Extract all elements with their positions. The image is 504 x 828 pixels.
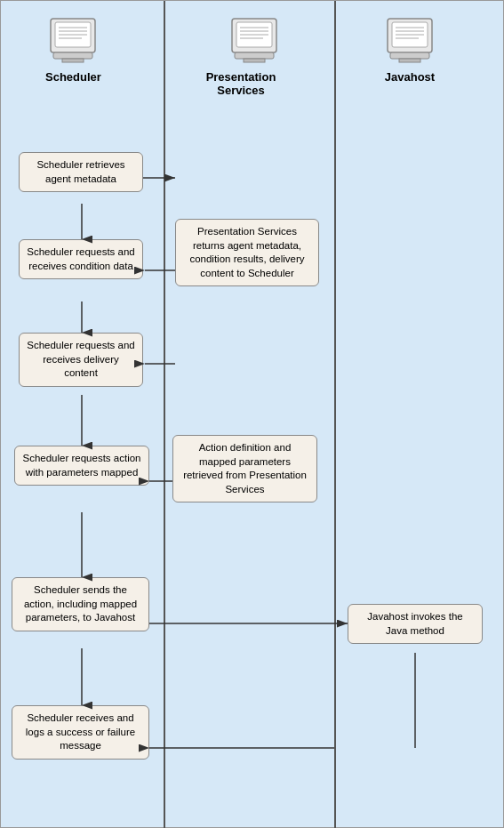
box-scheduler-retrieves-metadata: Scheduler retrieves agent metadata (19, 152, 143, 192)
box-javahost-invokes: Javahost invokes the Java method (348, 604, 483, 644)
diagram-container: Scheduler Presentation Services Javahost (0, 0, 504, 828)
scheduler-column-header: Scheduler (45, 17, 101, 84)
javahost-column-header: Javahost (383, 17, 436, 84)
javahost-label: Javahost (383, 70, 436, 84)
box-scheduler-receives-logs: Scheduler receives and logs a success or… (12, 705, 149, 760)
scheduler-server-icon (46, 17, 100, 66)
box-scheduler-sends-action: Scheduler sends the action, including ma… (12, 577, 149, 631)
svg-rect-23 (399, 59, 420, 62)
javahost-server-icon (383, 17, 436, 66)
box-action-definition: Action definition and mapped parameters … (172, 435, 317, 502)
svg-rect-15 (244, 59, 265, 62)
presentation-label: Presentation Services (188, 70, 294, 97)
svg-rect-14 (235, 52, 274, 59)
presentation-server-icon (228, 17, 281, 66)
svg-rect-22 (390, 52, 429, 59)
box-scheduler-condition-data: Scheduler requests and receives conditio… (19, 239, 143, 279)
svg-rect-6 (53, 52, 92, 59)
scheduler-label: Scheduler (45, 70, 101, 84)
box-scheduler-delivery-content: Scheduler requests and receives delivery… (19, 333, 143, 387)
presentation-column-header: Presentation Services (214, 17, 294, 97)
arrows-overlay (1, 1, 504, 828)
col-divider-1 (164, 1, 165, 828)
box-scheduler-action-params: Scheduler requests action with parameter… (14, 446, 149, 486)
svg-rect-7 (62, 59, 84, 62)
box-presentation-returns: Presentation Services returns agent meta… (175, 219, 319, 286)
col-divider-2 (334, 1, 336, 828)
